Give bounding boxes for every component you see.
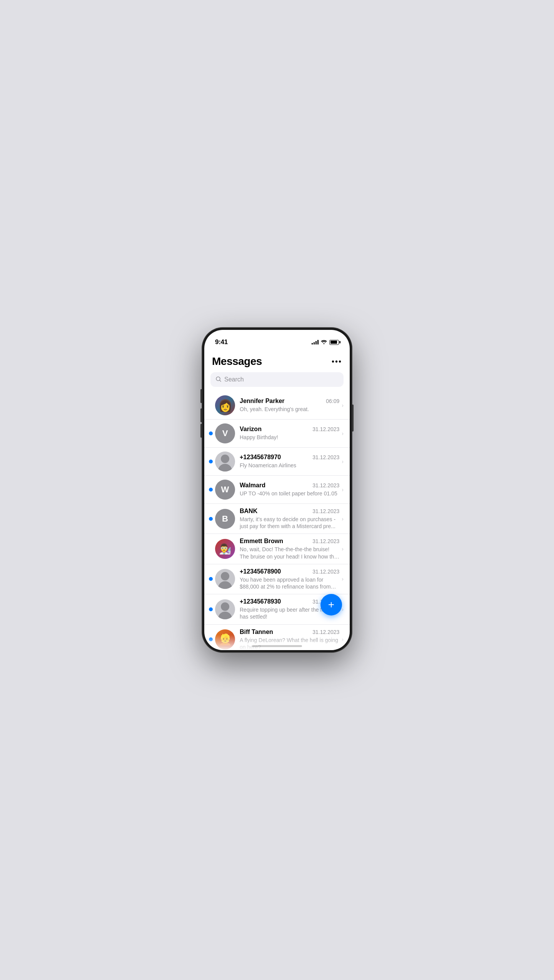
message-time: 31.12.2023 xyxy=(312,538,339,544)
unread-dot xyxy=(209,460,213,463)
message-content: +1234567890031.12.2023You have been appr… xyxy=(240,568,339,590)
sender-name: Walmard xyxy=(240,482,265,489)
status-time: 9:41 xyxy=(215,338,228,346)
message-content: Jennifer Parker06:09Oh, yeah. Everything… xyxy=(240,398,339,413)
chevron-right-icon: › xyxy=(342,516,344,522)
compose-button[interactable]: + xyxy=(320,594,342,615)
phone-screen: 9:41 Messa xyxy=(204,330,350,650)
list-item[interactable]: BBANK31.12.2023Marty, it's easy to decid… xyxy=(204,504,350,534)
avatar xyxy=(215,395,235,415)
list-item[interactable]: Emmett Brown31.12.2023No, wait, Doc! The… xyxy=(204,534,350,564)
compose-icon: + xyxy=(328,599,334,611)
wifi-icon xyxy=(321,339,327,345)
message-preview: Fly Noamerican Airlines xyxy=(240,462,339,469)
chevron-right-icon: › xyxy=(342,430,344,436)
avatar xyxy=(215,599,235,619)
more-options-button[interactable]: ••• xyxy=(332,357,342,366)
unread-dot xyxy=(209,517,213,521)
message-time: 31.12.2023 xyxy=(312,569,339,575)
sender-name: Emmett Brown xyxy=(240,538,283,545)
list-item[interactable]: VVarizon31.12.2023Happy Birthday!› xyxy=(204,420,350,448)
sender-name: +12345678930 xyxy=(240,598,281,605)
unread-dot xyxy=(209,431,213,435)
message-preview: Happy Birthday! xyxy=(240,434,339,441)
message-time: 31.12.2023 xyxy=(312,482,339,488)
avatar: W xyxy=(215,480,235,500)
search-placeholder: Search xyxy=(224,376,244,383)
page-title: Messages xyxy=(212,355,262,368)
message-time: 31.12.2023 xyxy=(312,508,339,514)
sender-name: BANK xyxy=(240,508,257,515)
status-icons xyxy=(312,339,339,345)
list-item[interactable]: WWalmard31.12.2023UP TO -40% on toilet p… xyxy=(204,476,350,504)
list-item[interactable]: +1234567890031.12.2023You have been appr… xyxy=(204,564,350,594)
home-indicator xyxy=(252,645,302,647)
message-time: 31.12.2023 xyxy=(312,454,339,460)
unread-dot xyxy=(209,607,213,611)
message-preview: A flying DeLorean? What the hell is goin… xyxy=(240,637,339,651)
search-bar[interactable]: Search xyxy=(210,372,344,387)
chevron-right-icon: › xyxy=(342,636,344,642)
message-content: BANK31.12.2023Marty, it's easy to decide… xyxy=(240,508,339,530)
chevron-right-icon: › xyxy=(342,487,344,493)
read-dot xyxy=(209,403,213,407)
message-time: 31.12.2023 xyxy=(312,426,339,432)
avatar: V xyxy=(215,423,235,443)
sender-name: Jennifer Parker xyxy=(240,398,285,405)
chevron-right-icon: › xyxy=(342,576,344,582)
sender-name: Varizon xyxy=(240,426,262,433)
list-item[interactable]: Jennifer Parker06:09Oh, yeah. Everything… xyxy=(204,391,350,420)
svg-line-1 xyxy=(220,380,221,381)
avatar: B xyxy=(215,509,235,529)
list-item[interactable]: +1234567897031.12.2023Fly Noamerican Air… xyxy=(204,448,350,476)
sender-name: Biff Tannen xyxy=(240,629,273,635)
message-content: Varizon31.12.2023Happy Birthday! xyxy=(240,426,339,441)
message-preview: No, wait, Doc! The-the-the-the bruise! T… xyxy=(240,546,339,560)
chevron-right-icon: › xyxy=(342,606,344,612)
message-preview: UP TO -40% on toilet paper before 01.05 xyxy=(240,490,339,497)
message-content: Walmard31.12.2023UP TO -40% on toilet pa… xyxy=(240,482,339,497)
avatar xyxy=(215,629,235,649)
message-time: 06:09 xyxy=(326,398,339,404)
unread-dot xyxy=(209,488,213,492)
message-content: +1234567897031.12.2023Fly Noamerican Air… xyxy=(240,454,339,469)
message-preview: Oh, yeah. Everything's great. xyxy=(240,406,339,413)
chevron-right-icon: › xyxy=(342,402,344,408)
unread-dot xyxy=(209,637,213,641)
search-icon xyxy=(216,376,221,383)
message-content: Emmett Brown31.12.2023No, wait, Doc! The… xyxy=(240,538,339,560)
message-time: 31.12.2023 xyxy=(312,629,339,635)
app-header: Messages ••• xyxy=(204,352,350,372)
read-dot xyxy=(209,547,213,551)
message-preview: Marty, it's easy to decide on purchases … xyxy=(240,516,339,530)
unread-dot xyxy=(209,577,213,581)
avatar xyxy=(215,539,235,559)
chevron-right-icon: › xyxy=(342,546,344,552)
chevron-right-icon: › xyxy=(342,458,344,465)
signal-icon xyxy=(312,340,319,345)
avatar xyxy=(215,569,235,589)
battery-icon xyxy=(329,340,339,345)
phone-frame: 9:41 Messa xyxy=(202,328,352,652)
message-preview: You have been approved a loan for $88,00… xyxy=(240,576,339,590)
avatar xyxy=(215,452,235,472)
sender-name: +12345678900 xyxy=(240,568,281,575)
sender-name: +12345678970 xyxy=(240,454,281,461)
status-bar: 9:41 xyxy=(204,330,350,349)
